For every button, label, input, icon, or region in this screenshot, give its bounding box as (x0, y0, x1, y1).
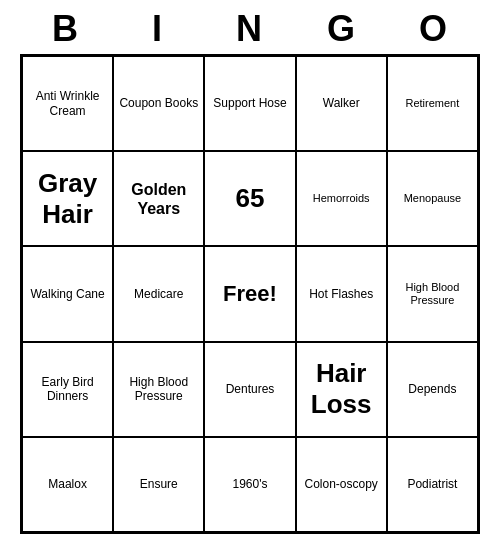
cell-10: Walking Cane (22, 246, 113, 341)
title-i: I (118, 8, 198, 50)
cell-7: 65 (204, 151, 295, 246)
title-o: O (394, 8, 474, 50)
title-b: B (26, 8, 106, 50)
bingo-title: B I N G O (20, 0, 480, 54)
cell-21: Ensure (113, 437, 204, 532)
cell-6: Golden Years (113, 151, 204, 246)
cell-23: Colon-oscopy (296, 437, 387, 532)
cell-2: Support Hose (204, 56, 295, 151)
cell-15: Early Bird Dinners (22, 342, 113, 437)
cell-24: Podiatrist (387, 437, 478, 532)
cell-8: Hemorroids (296, 151, 387, 246)
bingo-grid: Anti Wrinkle Cream Coupon Books Support … (20, 54, 480, 534)
cell-11: Medicare (113, 246, 204, 341)
cell-18: Hair Loss (296, 342, 387, 437)
cell-19: Depends (387, 342, 478, 437)
cell-20: Maalox (22, 437, 113, 532)
cell-9: Menopause (387, 151, 478, 246)
cell-3: Walker (296, 56, 387, 151)
cell-12-free: Free! (204, 246, 295, 341)
cell-4: Retirement (387, 56, 478, 151)
cell-5: Gray Hair (22, 151, 113, 246)
cell-14: High Blood Pressure (387, 246, 478, 341)
cell-22: 1960's (204, 437, 295, 532)
cell-0: Anti Wrinkle Cream (22, 56, 113, 151)
cell-17: Dentures (204, 342, 295, 437)
title-n: N (210, 8, 290, 50)
cell-16: High Blood Pressure (113, 342, 204, 437)
cell-1: Coupon Books (113, 56, 204, 151)
title-g: G (302, 8, 382, 50)
cell-13: Hot Flashes (296, 246, 387, 341)
